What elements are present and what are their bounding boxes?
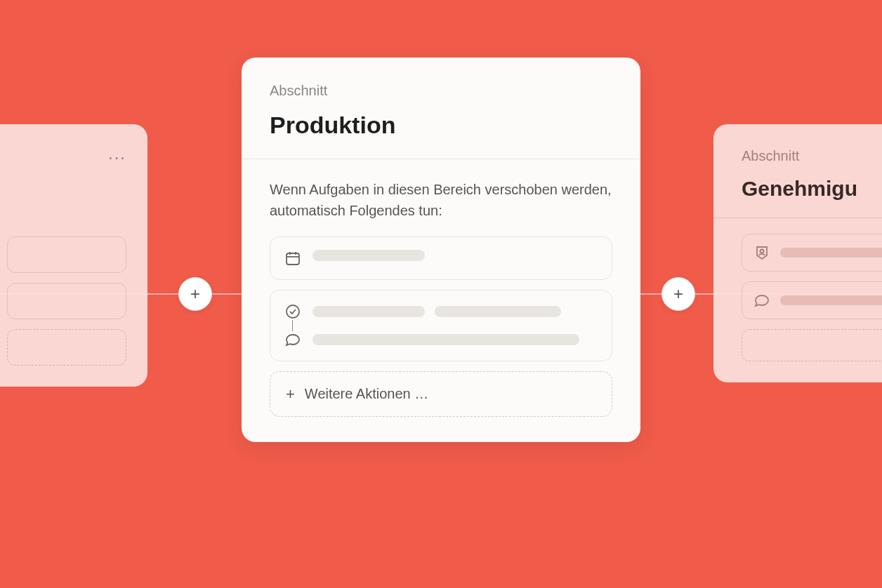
add-section-button-left[interactable]: + xyxy=(178,277,212,311)
plus-icon: + xyxy=(190,286,200,302)
action-placeholder xyxy=(7,283,126,319)
comment-icon xyxy=(284,331,301,348)
svg-point-4 xyxy=(287,305,299,318)
action-placeholder-text xyxy=(312,306,425,317)
plus-icon: + xyxy=(286,387,295,402)
add-more-actions-button[interactable]: + Weitere Aktionen … xyxy=(270,371,612,417)
add-action-placeholder[interactable] xyxy=(742,329,882,361)
section-card-next: Abschnitt Genehmigu xyxy=(713,124,882,382)
rule-description: Wenn Aufgaben in diesen Bereich verschob… xyxy=(270,179,612,221)
section-title: Produktion xyxy=(270,112,612,139)
svg-point-5 xyxy=(761,250,764,253)
add-action-placeholder[interactable] xyxy=(7,329,126,366)
add-more-actions-label: Weitere Aktionen … xyxy=(305,386,428,402)
section-card-previous: ... xyxy=(0,124,147,387)
section-card-main: Abschnitt Produktion Wenn Aufgaben in di… xyxy=(242,58,640,442)
section-title: Genehmigu xyxy=(742,177,882,201)
action-rule-approval[interactable] xyxy=(270,290,612,361)
card-body: Wenn Aufgaben in diesen Bereich verschob… xyxy=(242,159,640,442)
action-placeholder-text xyxy=(312,334,579,345)
action-rule-date[interactable] xyxy=(270,236,612,280)
card-header: Abschnitt Produktion xyxy=(242,58,640,159)
cards-container: ... + Abschnitt Produktion Wenn Aufgaben… xyxy=(0,0,882,588)
action-rule-assignee[interactable] xyxy=(742,234,882,272)
action-placeholder-text xyxy=(312,250,425,261)
plus-icon: + xyxy=(673,286,683,302)
action-placeholder-text xyxy=(435,306,561,317)
add-section-button-right[interactable]: + xyxy=(662,277,695,311)
calendar-icon xyxy=(284,250,301,267)
action-placeholder-text xyxy=(780,248,882,258)
section-label: Abschnitt xyxy=(270,83,612,99)
section-label: Abschnitt xyxy=(742,148,882,164)
divider xyxy=(713,218,882,218)
svg-rect-0 xyxy=(287,253,299,265)
action-rule-comment[interactable] xyxy=(742,281,882,319)
check-circle-icon xyxy=(284,303,301,320)
user-badge-icon xyxy=(753,244,770,261)
action-placeholder-text xyxy=(780,295,882,305)
row-connector xyxy=(292,320,293,331)
comment-icon xyxy=(753,292,770,309)
action-placeholder xyxy=(7,236,126,273)
more-menu-icon[interactable]: ... xyxy=(7,145,126,166)
